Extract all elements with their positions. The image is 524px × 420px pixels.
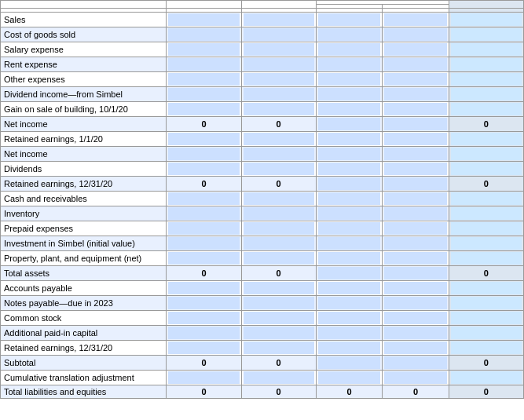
credit-input[interactable]	[384, 118, 447, 130]
cayce-cell[interactable]	[167, 341, 241, 356]
credit-input[interactable]	[384, 103, 447, 115]
simbel-input[interactable]	[244, 73, 314, 86]
balances-cell[interactable]	[449, 87, 523, 102]
debit-cell[interactable]	[316, 356, 383, 371]
credit-cell[interactable]	[383, 177, 449, 192]
debit-input[interactable]	[318, 222, 381, 235]
credit-input[interactable]	[384, 148, 447, 160]
balances-cell[interactable]	[449, 57, 523, 72]
cayce-cell[interactable]	[167, 132, 241, 147]
credit-cell[interactable]	[383, 236, 449, 251]
credit-cell[interactable]	[383, 266, 449, 281]
cayce-input[interactable]	[168, 327, 239, 339]
cayce-input[interactable]	[168, 163, 239, 175]
debit-input[interactable]	[318, 297, 381, 309]
credit-input[interactable]	[384, 58, 447, 71]
credit-input[interactable]	[384, 222, 447, 235]
credit-input[interactable]	[384, 13, 447, 26]
cayce-input[interactable]	[168, 28, 239, 41]
debit-input[interactable]	[318, 327, 381, 339]
credit-cell[interactable]	[383, 206, 449, 221]
debit-cell[interactable]	[316, 206, 383, 221]
balances-input[interactable]	[451, 58, 522, 71]
balances-input[interactable]	[451, 341, 522, 354]
balances-input[interactable]	[451, 28, 522, 41]
cayce-cell[interactable]	[167, 87, 241, 102]
credit-input[interactable]	[384, 192, 447, 205]
debit-input[interactable]	[318, 267, 381, 279]
cayce-input[interactable]	[168, 371, 239, 384]
cayce-input[interactable]	[168, 148, 239, 160]
cayce-cell[interactable]	[167, 72, 241, 87]
cayce-cell[interactable]	[167, 371, 241, 385]
cayce-cell[interactable]	[167, 296, 241, 311]
debit-input[interactable]	[318, 237, 381, 250]
balances-input[interactable]	[451, 163, 522, 175]
cayce-cell[interactable]	[167, 147, 241, 162]
balances-input[interactable]	[451, 327, 522, 339]
credit-input[interactable]	[384, 88, 447, 100]
credit-cell[interactable]	[383, 281, 449, 296]
balances-input[interactable]	[451, 43, 522, 56]
credit-input[interactable]	[384, 133, 447, 145]
simbel-input[interactable]	[244, 43, 314, 56]
balances-cell[interactable]	[449, 72, 523, 87]
debit-input[interactable]	[318, 58, 381, 71]
debit-cell[interactable]	[316, 132, 383, 147]
simbel-input[interactable]	[244, 192, 314, 205]
debit-cell[interactable]	[316, 72, 383, 87]
simbel-input[interactable]	[244, 282, 314, 294]
balances-input[interactable]	[451, 222, 522, 235]
cayce-input[interactable]	[168, 43, 239, 56]
cayce-cell[interactable]	[167, 27, 241, 42]
cayce-input[interactable]	[168, 88, 239, 100]
simbel-cell[interactable]	[241, 206, 316, 221]
credit-cell[interactable]	[383, 57, 449, 72]
simbel-cell[interactable]	[241, 236, 316, 251]
balances-input[interactable]	[451, 148, 522, 160]
simbel-input[interactable]	[244, 371, 314, 384]
simbel-cell[interactable]	[241, 27, 316, 42]
debit-cell[interactable]	[316, 192, 383, 206]
balances-cell[interactable]	[449, 281, 523, 296]
cayce-cell[interactable]	[167, 102, 241, 117]
credit-cell[interactable]	[383, 132, 449, 147]
cayce-cell[interactable]	[167, 236, 241, 251]
cayce-input[interactable]	[168, 237, 239, 250]
cayce-cell[interactable]	[167, 221, 241, 236]
cayce-input[interactable]	[168, 297, 239, 309]
simbel-input[interactable]	[244, 13, 314, 26]
debit-input[interactable]	[318, 192, 381, 205]
credit-input[interactable]	[384, 371, 447, 384]
balances-input[interactable]	[451, 133, 522, 145]
simbel-input[interactable]	[244, 103, 314, 115]
debit-input[interactable]	[318, 43, 381, 56]
credit-cell[interactable]	[383, 27, 449, 42]
debit-cell[interactable]	[316, 296, 383, 311]
debit-cell[interactable]	[316, 311, 383, 326]
simbel-input[interactable]	[244, 88, 314, 100]
cayce-cell[interactable]	[167, 311, 241, 326]
balances-input[interactable]	[451, 73, 522, 86]
simbel-input[interactable]	[244, 222, 314, 235]
debit-input[interactable]	[318, 13, 381, 26]
simbel-cell[interactable]	[241, 72, 316, 87]
debit-input[interactable]	[318, 133, 381, 145]
credit-input[interactable]	[384, 73, 447, 86]
simbel-cell[interactable]	[241, 251, 316, 266]
simbel-cell[interactable]	[241, 13, 316, 27]
debit-cell[interactable]	[316, 162, 383, 177]
simbel-input[interactable]	[244, 58, 314, 71]
credit-cell[interactable]	[383, 326, 449, 341]
simbel-cell[interactable]	[241, 341, 316, 356]
debit-cell[interactable]	[316, 326, 383, 341]
cayce-input[interactable]	[168, 252, 239, 265]
debit-cell[interactable]	[316, 236, 383, 251]
cayce-cell[interactable]	[167, 326, 241, 341]
credit-cell[interactable]	[383, 72, 449, 87]
simbel-cell[interactable]	[241, 132, 316, 147]
simbel-input[interactable]	[244, 312, 314, 324]
debit-cell[interactable]	[316, 57, 383, 72]
simbel-input[interactable]	[244, 297, 314, 309]
credit-input[interactable]	[384, 252, 447, 265]
